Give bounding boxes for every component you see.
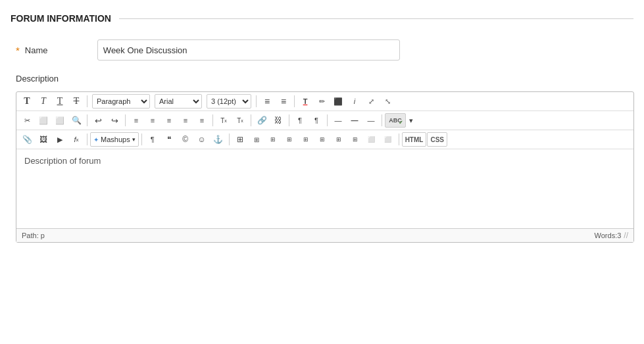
copy-button[interactable]: ⬜	[36, 113, 51, 128]
strikethrough-button[interactable]: T	[68, 94, 84, 109]
subscript-button[interactable]: Tx	[232, 113, 248, 128]
toolbar-sep-10	[382, 114, 382, 126]
anchor-button[interactable]: ⚓	[211, 132, 226, 147]
mashups-button[interactable]: ✦ Mashups ▾	[90, 132, 139, 147]
section-divider	[119, 18, 633, 19]
toolbar-row-1: T T T T Paragraph Heading 1 Heading 2 He…	[16, 92, 633, 111]
image-button[interactable]: 🖼	[36, 132, 51, 147]
editor-body[interactable]: Description of forum	[16, 149, 633, 228]
toolbar-sep-12	[141, 134, 142, 145]
name-field-row: * Name	[16, 39, 633, 61]
html-button[interactable]: HTML	[402, 132, 427, 147]
smiley-button[interactable]: ☺	[194, 132, 210, 147]
hr-thin-button[interactable]: —	[330, 113, 346, 128]
table-merge-button[interactable]: ⬜	[380, 132, 396, 147]
description-section: Description T T T T Paragraph Heading 1 …	[16, 74, 633, 243]
unlink-button[interactable]: ⛓	[270, 113, 286, 128]
collapse-button[interactable]: ⤡	[380, 94, 395, 109]
hr-thick-button[interactable]: —	[347, 113, 362, 128]
ordered-list-button[interactable]: ≡	[276, 94, 291, 109]
toolbar-sep-14	[399, 134, 399, 145]
toolbar-row-3: 📎 🖼 ▶ fx ✦ Mashups ▾ ¶ ❝ © ☺ ⚓ ⊞ ⊞ ⊞ ⊞ ⊞…	[16, 130, 633, 149]
table-split-button[interactable]: ⬜	[364, 132, 380, 147]
bold-button[interactable]: T	[19, 94, 35, 109]
indent-button[interactable]: ≡	[194, 113, 210, 128]
superscript-button[interactable]: Tx	[216, 113, 232, 128]
undo-button[interactable]: ↩	[90, 113, 106, 128]
paste-button[interactable]: ⬜	[52, 113, 68, 128]
css-button[interactable]: CSS	[427, 132, 447, 147]
show-blocks-button[interactable]: ¶	[292, 113, 308, 128]
table-col-after-button[interactable]: ⊞	[331, 132, 347, 147]
underline-button[interactable]: T	[52, 94, 68, 109]
toolbar-sep-7	[251, 114, 251, 126]
name-input[interactable]	[97, 39, 400, 61]
redo-button[interactable]: ↪	[107, 113, 122, 128]
table-delete-row-button[interactable]: ⊞	[298, 132, 314, 147]
cut-button[interactable]: ✂	[19, 113, 35, 128]
table-row-before-button[interactable]: ⊞	[265, 132, 281, 147]
align-center-button[interactable]: ≡	[145, 113, 161, 128]
align-right-button[interactable]: ≡	[161, 113, 177, 128]
size-select[interactable]: 1 (8pt) 2 (10pt) 3 (12pt) 4 (14pt) 5 (18…	[207, 94, 251, 109]
section-header: FORUM INFORMATION	[11, 13, 633, 24]
spellcheck-dropdown-button[interactable]: ▾	[407, 113, 416, 128]
table-props-button[interactable]: ⊞	[249, 132, 264, 147]
attachment-button[interactable]: 📎	[19, 132, 35, 147]
info-button[interactable]: i	[347, 94, 362, 109]
resize-handle[interactable]: //	[624, 231, 628, 240]
formula-button[interactable]: fx	[68, 132, 84, 147]
monitor-button[interactable]: ⬛	[330, 94, 346, 109]
blockquote-button[interactable]: ❝	[161, 132, 177, 147]
table-delete-col-button[interactable]: ⊞	[347, 132, 363, 147]
align-justify-button[interactable]: ≡	[178, 113, 193, 128]
editor-footer: Path: p Words:3 //	[16, 228, 633, 242]
toolbar-sep-1	[87, 95, 87, 107]
toolbar-sep-13	[229, 134, 230, 145]
link-button[interactable]: 🔗	[254, 113, 270, 128]
media-button[interactable]: ▶	[52, 132, 68, 147]
align-left-button[interactable]: ≡	[128, 113, 144, 128]
unordered-list-button[interactable]: ≡	[259, 94, 275, 109]
spellcheck-button[interactable]: ABC ✓	[385, 113, 406, 128]
toolbar-sep-6	[212, 114, 213, 126]
mashups-dropdown-icon: ▾	[132, 136, 136, 143]
rtl-button[interactable]: ¶	[309, 113, 324, 128]
text-color-button[interactable]: T	[297, 94, 313, 109]
toolbar-sep-2	[256, 95, 257, 107]
name-label: Name	[25, 45, 97, 55]
toolbar-sep-8	[289, 114, 289, 126]
table-col-before-button[interactable]: ⊞	[314, 132, 330, 147]
paragraph-select[interactable]: Paragraph Heading 1 Heading 2 Heading 3	[92, 94, 150, 109]
copyright-button[interactable]: ©	[178, 132, 193, 147]
required-star: *	[16, 45, 20, 56]
path-info: Path: p	[22, 232, 45, 239]
rich-text-editor: T T T T Paragraph Heading 1 Heading 2 He…	[16, 91, 634, 243]
font-select[interactable]: Arial Courier New Georgia Times New Roma…	[155, 94, 202, 109]
toolbar-sep-11	[87, 134, 87, 145]
table-row-after-button[interactable]: ⊞	[282, 132, 297, 147]
table-insert-button[interactable]: ⊞	[232, 132, 248, 147]
search-button[interactable]: 🔍	[68, 113, 84, 128]
expand-button[interactable]: ⤢	[363, 94, 379, 109]
italic-button[interactable]: T	[36, 94, 51, 109]
toolbar-sep-4	[87, 114, 87, 126]
mashups-icon: ✦	[93, 136, 99, 143]
editor-body-text: Description of forum	[24, 156, 101, 166]
spellcheck-check-icon: ✓	[399, 120, 403, 126]
draw-button[interactable]: ✏	[314, 94, 330, 109]
paragraph-mark-button[interactable]: ¶	[145, 132, 161, 147]
hr-dotted-button[interactable]: ―	[363, 113, 379, 128]
word-count: Words:3	[595, 232, 622, 239]
toolbar-sep-3	[294, 95, 295, 107]
toolbar-sep-5	[125, 114, 126, 126]
toolbar-row-2: ✂ ⬜ ⬜ 🔍 ↩ ↪ ≡ ≡ ≡ ≡ ≡ Tx Tx 🔗 ⛓ ¶ ¶ — — …	[16, 111, 633, 130]
section-title: FORUM INFORMATION	[11, 13, 111, 24]
toolbar-sep-9	[327, 114, 328, 126]
mashups-label: Mashups	[101, 135, 130, 143]
description-label: Description	[16, 74, 633, 84]
